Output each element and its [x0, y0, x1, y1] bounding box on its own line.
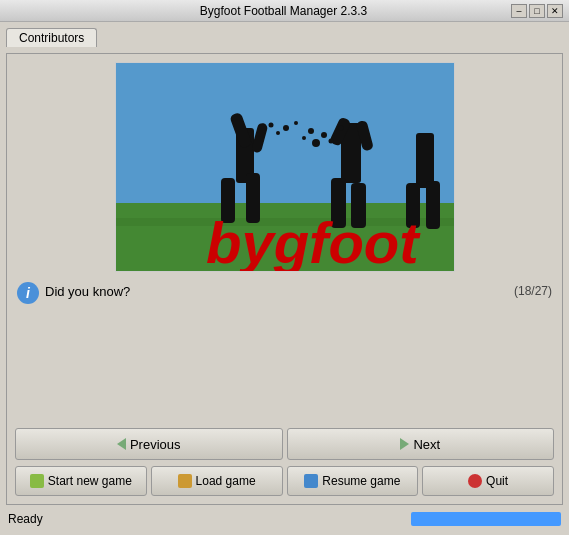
next-button[interactable]: Next	[287, 428, 555, 460]
start-icon	[30, 474, 44, 488]
previous-arrow-icon	[117, 438, 126, 450]
did-you-know-bar: i Did you know? (18/27)	[15, 278, 554, 308]
status-text: Ready	[8, 512, 43, 526]
tip-count: (18/27)	[514, 282, 552, 298]
titlebar: Bygfoot Football Manager 2.3.3 – □ ✕	[0, 0, 569, 22]
quit-label: Quit	[486, 474, 508, 488]
start-new-game-button[interactable]: Start new game	[15, 466, 147, 496]
svg-point-21	[338, 126, 343, 131]
logo-svg: bygfoot	[116, 63, 455, 272]
resume-icon	[304, 474, 318, 488]
previous-button[interactable]: Previous	[15, 428, 283, 460]
window-title: Bygfoot Football Manager 2.3.3	[56, 4, 511, 18]
svg-point-18	[328, 139, 333, 144]
svg-rect-15	[426, 181, 440, 229]
window-controls: – □ ✕	[511, 4, 563, 18]
load-game-button[interactable]: Load game	[151, 466, 283, 496]
resume-game-button[interactable]: Resume game	[287, 466, 419, 496]
tab-contributors[interactable]: Contributors	[6, 28, 97, 47]
svg-point-23	[283, 125, 289, 131]
svg-point-25	[268, 123, 273, 128]
action-row: Start new game Load game Resume game Qui…	[15, 466, 554, 496]
svg-rect-0	[116, 63, 455, 203]
nav-row: Previous Next	[15, 428, 554, 460]
status-bar: Ready	[6, 509, 563, 529]
tab-bar: Contributors	[6, 28, 563, 47]
next-label: Next	[413, 437, 440, 452]
close-button[interactable]: ✕	[547, 4, 563, 18]
minimize-button[interactable]: –	[511, 4, 527, 18]
svg-point-20	[302, 136, 306, 140]
previous-label: Previous	[130, 437, 181, 452]
content-panel: bygfoot i Did you know? (18/27) Previous…	[6, 53, 563, 505]
svg-rect-13	[416, 133, 434, 188]
svg-point-16	[312, 139, 320, 147]
svg-point-17	[321, 132, 327, 138]
load-icon	[178, 474, 192, 488]
maximize-button[interactable]: □	[529, 4, 545, 18]
logo-image: bygfoot	[115, 62, 455, 272]
svg-point-22	[294, 121, 298, 125]
svg-point-24	[276, 131, 280, 135]
start-label: Start new game	[48, 474, 132, 488]
info-icon: i	[17, 282, 39, 304]
resume-label: Resume game	[322, 474, 400, 488]
tip-area	[15, 314, 554, 422]
quit-button[interactable]: Quit	[422, 466, 554, 496]
svg-point-19	[308, 128, 314, 134]
svg-text:bygfoot: bygfoot	[206, 210, 421, 272]
did-you-know-label: Did you know?	[45, 282, 508, 299]
load-label: Load game	[196, 474, 256, 488]
quit-icon	[468, 474, 482, 488]
next-arrow-icon	[400, 438, 409, 450]
window-content: Contributors	[0, 22, 569, 535]
status-progress-bar	[411, 512, 561, 526]
